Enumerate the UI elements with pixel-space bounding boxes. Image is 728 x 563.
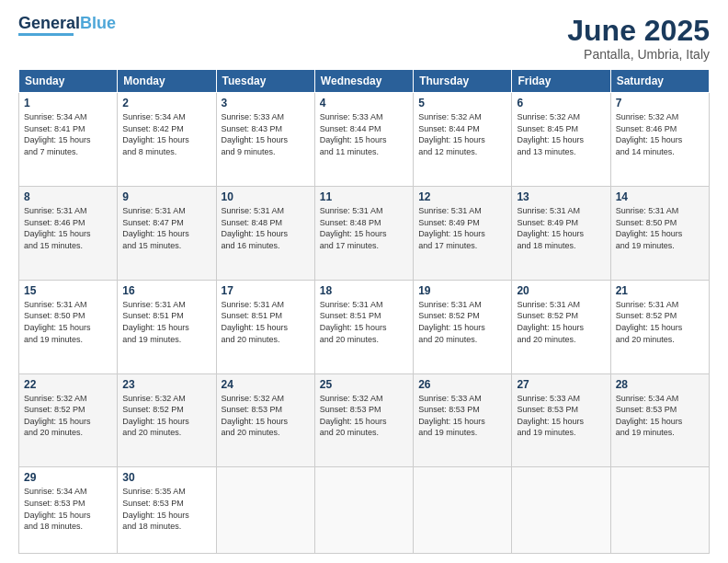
day-info: Sunrise: 5:32 AM Sunset: 8:53 PM Dayligh… (222, 393, 310, 439)
table-row: 16Sunrise: 5:31 AM Sunset: 8:51 PM Dayli… (118, 280, 216, 373)
logo-blue: Blue (80, 14, 116, 32)
header: GeneralBlue June 2025 Pantalla, Umbria, … (18, 15, 710, 62)
table-row: 14Sunrise: 5:31 AM Sunset: 8:50 PM Dayli… (610, 186, 709, 280)
day-info: Sunrise: 5:33 AM Sunset: 8:53 PM Dayligh… (517, 393, 605, 439)
table-row: 19Sunrise: 5:31 AM Sunset: 8:52 PM Dayli… (414, 280, 512, 373)
day-number: 19 (418, 284, 506, 297)
table-row (314, 467, 413, 554)
table-row: 28Sunrise: 5:34 AM Sunset: 8:53 PM Dayli… (610, 373, 709, 467)
day-number: 29 (24, 471, 112, 484)
header-row: Sunday Monday Tuesday Wednesday Thursday… (19, 70, 710, 93)
day-info: Sunrise: 5:31 AM Sunset: 8:52 PM Dayligh… (517, 299, 605, 345)
day-number: 2 (122, 97, 210, 109)
day-number: 17 (222, 284, 310, 297)
table-row: 8Sunrise: 5:31 AM Sunset: 8:46 PM Daylig… (19, 186, 118, 280)
table-row: 26Sunrise: 5:33 AM Sunset: 8:53 PM Dayli… (414, 373, 512, 467)
day-info: Sunrise: 5:32 AM Sunset: 8:45 PM Dayligh… (517, 111, 605, 157)
table-row: 3Sunrise: 5:33 AM Sunset: 8:43 PM Daylig… (216, 93, 314, 187)
table-row: 6Sunrise: 5:32 AM Sunset: 8:45 PM Daylig… (512, 93, 610, 187)
table-row: 12Sunrise: 5:31 AM Sunset: 8:49 PM Dayli… (414, 186, 512, 280)
day-info: Sunrise: 5:32 AM Sunset: 8:52 PM Dayligh… (122, 393, 210, 439)
title-block: June 2025 Pantalla, Umbria, Italy (567, 15, 710, 62)
day-info: Sunrise: 5:32 AM Sunset: 8:44 PM Dayligh… (418, 111, 506, 157)
day-number: 16 (122, 284, 210, 297)
day-info: Sunrise: 5:31 AM Sunset: 8:48 PM Dayligh… (320, 205, 408, 251)
day-info: Sunrise: 5:35 AM Sunset: 8:53 PM Dayligh… (122, 486, 210, 532)
table-row: 27Sunrise: 5:33 AM Sunset: 8:53 PM Dayli… (512, 373, 610, 467)
col-tuesday: Tuesday (216, 70, 314, 93)
day-number: 8 (24, 190, 112, 203)
day-number: 23 (122, 378, 210, 391)
table-row: 22Sunrise: 5:32 AM Sunset: 8:52 PM Dayli… (19, 373, 118, 467)
day-number: 5 (418, 97, 506, 109)
day-number: 25 (320, 378, 408, 391)
day-info: Sunrise: 5:31 AM Sunset: 8:50 PM Dayligh… (24, 299, 112, 345)
table-row: 2Sunrise: 5:34 AM Sunset: 8:42 PM Daylig… (118, 93, 216, 187)
col-wednesday: Wednesday (314, 70, 413, 93)
day-info: Sunrise: 5:31 AM Sunset: 8:48 PM Dayligh… (222, 205, 310, 251)
day-info: Sunrise: 5:32 AM Sunset: 8:46 PM Dayligh… (616, 111, 704, 157)
table-row: 30Sunrise: 5:35 AM Sunset: 8:53 PM Dayli… (118, 467, 216, 554)
table-row (512, 467, 610, 554)
day-number: 12 (418, 190, 506, 203)
day-info: Sunrise: 5:31 AM Sunset: 8:50 PM Dayligh… (616, 205, 704, 251)
month-title: June 2025 (567, 15, 710, 47)
table-row: 10Sunrise: 5:31 AM Sunset: 8:48 PM Dayli… (216, 186, 314, 280)
day-info: Sunrise: 5:34 AM Sunset: 8:53 PM Dayligh… (24, 486, 112, 532)
logo-underline (18, 33, 74, 36)
table-row (610, 467, 709, 554)
table-row: 21Sunrise: 5:31 AM Sunset: 8:52 PM Dayli… (610, 280, 709, 373)
table-row: 4Sunrise: 5:33 AM Sunset: 8:44 PM Daylig… (314, 93, 413, 187)
day-number: 21 (616, 284, 704, 297)
day-number: 24 (222, 378, 310, 391)
col-sunday: Sunday (19, 70, 118, 93)
table-row: 7Sunrise: 5:32 AM Sunset: 8:46 PM Daylig… (610, 93, 709, 187)
day-info: Sunrise: 5:34 AM Sunset: 8:53 PM Dayligh… (616, 393, 704, 439)
table-row (414, 467, 512, 554)
location: Pantalla, Umbria, Italy (567, 47, 710, 62)
day-info: Sunrise: 5:33 AM Sunset: 8:43 PM Dayligh… (222, 111, 310, 157)
day-info: Sunrise: 5:34 AM Sunset: 8:42 PM Dayligh… (122, 111, 210, 157)
day-number: 10 (222, 190, 310, 203)
day-number: 7 (616, 97, 704, 109)
day-info: Sunrise: 5:31 AM Sunset: 8:46 PM Dayligh… (24, 205, 112, 251)
calendar-table: Sunday Monday Tuesday Wednesday Thursday… (18, 69, 710, 554)
day-number: 3 (222, 97, 310, 109)
day-info: Sunrise: 5:31 AM Sunset: 8:47 PM Dayligh… (122, 205, 210, 251)
logo-text: GeneralBlue (18, 15, 116, 31)
day-number: 11 (320, 190, 408, 203)
table-row: 24Sunrise: 5:32 AM Sunset: 8:53 PM Dayli… (216, 373, 314, 467)
day-info: Sunrise: 5:31 AM Sunset: 8:49 PM Dayligh… (418, 205, 506, 251)
logo: GeneralBlue (18, 15, 116, 36)
day-number: 14 (616, 190, 704, 203)
day-info: Sunrise: 5:31 AM Sunset: 8:51 PM Dayligh… (222, 299, 310, 345)
table-row: 15Sunrise: 5:31 AM Sunset: 8:50 PM Dayli… (19, 280, 118, 373)
day-info: Sunrise: 5:31 AM Sunset: 8:52 PM Dayligh… (418, 299, 506, 345)
day-info: Sunrise: 5:32 AM Sunset: 8:53 PM Dayligh… (320, 393, 408, 439)
day-info: Sunrise: 5:34 AM Sunset: 8:41 PM Dayligh… (24, 111, 112, 157)
table-row: 29Sunrise: 5:34 AM Sunset: 8:53 PM Dayli… (19, 467, 118, 554)
col-saturday: Saturday (610, 70, 709, 93)
calendar-page: GeneralBlue June 2025 Pantalla, Umbria, … (0, 0, 728, 563)
table-row: 5Sunrise: 5:32 AM Sunset: 8:44 PM Daylig… (414, 93, 512, 187)
day-number: 9 (122, 190, 210, 203)
col-monday: Monday (118, 70, 216, 93)
day-number: 22 (24, 378, 112, 391)
day-number: 30 (122, 471, 210, 484)
day-number: 1 (24, 97, 112, 109)
day-info: Sunrise: 5:32 AM Sunset: 8:52 PM Dayligh… (24, 393, 112, 439)
table-row: 9Sunrise: 5:31 AM Sunset: 8:47 PM Daylig… (118, 186, 216, 280)
table-row: 18Sunrise: 5:31 AM Sunset: 8:51 PM Dayli… (314, 280, 413, 373)
table-row (216, 467, 314, 554)
day-info: Sunrise: 5:31 AM Sunset: 8:52 PM Dayligh… (616, 299, 704, 345)
table-row: 25Sunrise: 5:32 AM Sunset: 8:53 PM Dayli… (314, 373, 413, 467)
day-number: 15 (24, 284, 112, 297)
day-number: 27 (517, 378, 605, 391)
table-row: 23Sunrise: 5:32 AM Sunset: 8:52 PM Dayli… (118, 373, 216, 467)
day-number: 26 (418, 378, 506, 391)
table-row: 11Sunrise: 5:31 AM Sunset: 8:48 PM Dayli… (314, 186, 413, 280)
day-info: Sunrise: 5:31 AM Sunset: 8:51 PM Dayligh… (122, 299, 210, 345)
table-row: 17Sunrise: 5:31 AM Sunset: 8:51 PM Dayli… (216, 280, 314, 373)
col-friday: Friday (512, 70, 610, 93)
day-number: 4 (320, 97, 408, 109)
